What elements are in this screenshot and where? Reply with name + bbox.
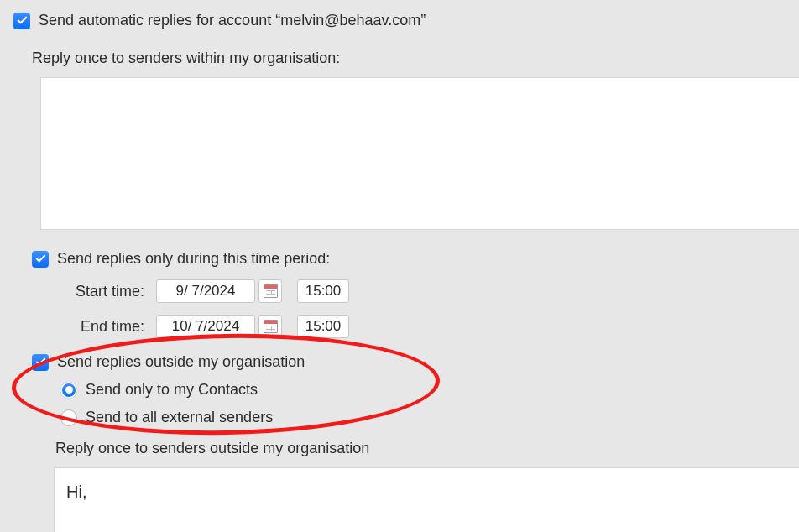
- time-period-checkbox[interactable]: [32, 251, 49, 268]
- internal-reply-textarea[interactable]: [40, 77, 799, 230]
- calendar-icon: [264, 284, 278, 298]
- outside-org-checkbox[interactable]: [32, 354, 49, 371]
- outside-org-label: Send replies outside my organisation: [57, 353, 305, 371]
- start-time-input[interactable]: 15:00: [297, 279, 349, 303]
- external-message-line1: Hi,: [66, 482, 86, 501]
- external-reply-label: Reply once to senders outside my organis…: [55, 440, 786, 457]
- end-time-label: End time:: [55, 318, 156, 336]
- start-date-picker-button[interactable]: [258, 279, 282, 303]
- internal-reply-label: Reply once to senders within my organisa…: [32, 50, 786, 67]
- send-all-label: Send to all external senders: [86, 409, 273, 426]
- start-time-label: Start time:: [55, 283, 156, 300]
- end-time-input[interactable]: 15:00: [297, 315, 349, 338]
- send-automatic-checkbox[interactable]: [13, 13, 30, 29]
- send-all-radio[interactable]: [60, 409, 77, 426]
- send-contacts-radio[interactable]: [60, 382, 77, 399]
- send-contacts-label: Send only to my Contacts: [86, 381, 258, 399]
- checkmark-icon: [16, 14, 29, 27]
- calendar-icon: [264, 320, 278, 333]
- end-date-picker-button[interactable]: [258, 315, 282, 338]
- end-date-input[interactable]: 10/ 7/2024: [156, 315, 255, 338]
- checkmark-icon: [34, 356, 47, 368]
- send-automatic-label: Send automatic replies for account “melv…: [39, 12, 426, 29]
- time-period-label: Send replies only during this time perio…: [57, 250, 330, 268]
- start-date-input[interactable]: 9/ 7/2024: [156, 279, 255, 303]
- checkmark-icon: [34, 253, 47, 265]
- external-reply-textarea[interactable]: Hi, ik ben een tijdje minder goed bereik…: [54, 467, 799, 532]
